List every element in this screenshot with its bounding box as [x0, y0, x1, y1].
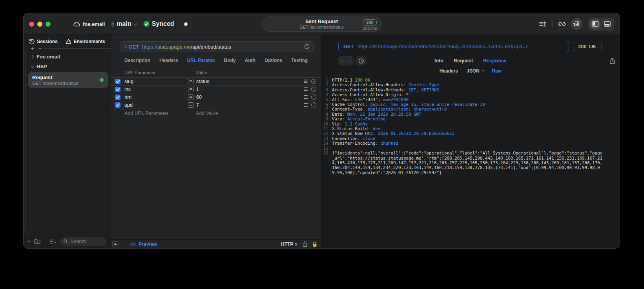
nav-forward-button[interactable]: ›: [346, 56, 354, 65]
remove-param-icon[interactable]: [311, 79, 316, 84]
param-value[interactable]: status: [196, 79, 209, 84]
new-request-button[interactable]: +: [27, 238, 31, 245]
nav-back-button[interactable]: ‹: [338, 56, 346, 65]
line-number: 12: [321, 131, 328, 136]
tab-auth[interactable]: Auth: [245, 58, 255, 63]
share-icon[interactable]: [303, 241, 307, 247]
preview-label: Preview: [139, 242, 157, 247]
request-panel: ⇅ GET https://statuspage.me/api/embed/st…: [111, 35, 321, 249]
remove-item-button[interactable]: −: [38, 45, 42, 51]
import-response-button[interactable]: [571, 18, 582, 30]
layout-toggle-group: [588, 18, 614, 31]
param-checkbox[interactable]: [115, 102, 120, 108]
param-value[interactable]: 7: [196, 102, 199, 108]
zoom-window-button[interactable]: [46, 22, 51, 27]
drag-handle-icon[interactable]: [304, 95, 308, 99]
subtab-headers[interactable]: Headers: [440, 68, 458, 74]
window-body: Sessions Environments + −: [24, 35, 620, 249]
param-checkbox[interactable]: [115, 87, 120, 92]
send-refresh-icon[interactable]: [304, 44, 310, 49]
code-line: 14Transfer-Encoding: chunked: [321, 141, 603, 146]
remove-param-icon[interactable]: [311, 102, 316, 107]
response-nav-bar: ‹ › Info Request Response: [321, 56, 620, 66]
export-response-icon[interactable]: [609, 58, 615, 64]
tree-item-foe-email[interactable]: Foe.email: [26, 52, 111, 62]
history-button[interactable]: [356, 56, 367, 65]
status-code-badge: 200: [363, 19, 376, 25]
preview-button[interactable]: </> Preview: [130, 242, 157, 247]
tab-url-params[interactable]: URL Params: [187, 58, 215, 63]
sidebar-footer: +: [24, 234, 111, 249]
project-menu[interactable]: foe.email: [73, 21, 105, 27]
tab-testing[interactable]: Testing: [291, 58, 308, 63]
remove-param-icon[interactable]: [311, 87, 316, 92]
minimize-window-button[interactable]: [37, 22, 42, 27]
branch-selector[interactable]: main: [111, 20, 136, 27]
list-view-icon[interactable]: [49, 239, 57, 244]
sync-loop-button[interactable]: [557, 19, 567, 29]
sidebar: Sessions Environments + −: [24, 35, 111, 249]
param-checkbox[interactable]: [115, 95, 120, 100]
line-number: 11: [321, 127, 328, 131]
actions-divider: [552, 21, 553, 27]
expand-panel-button[interactable]: [112, 241, 119, 247]
protocol-selector[interactable]: HTTP ⇅: [281, 242, 297, 247]
line-content: Vary: Accept-Encoding: [332, 117, 603, 122]
param-value[interactable]: 1: [196, 87, 199, 92]
request-url-bar[interactable]: ⇅ GET https://statuspage.me/api/embed/st…: [120, 41, 314, 52]
drag-handle-icon[interactable]: [304, 103, 308, 107]
tab-response[interactable]: Response: [483, 58, 507, 64]
param-name[interactable]: upd: [124, 102, 188, 108]
tree-item-hsp[interactable]: HSP: [26, 62, 111, 71]
sent-url: https://statuspage.me/api/embed/status?s…: [358, 44, 528, 49]
tab-info[interactable]: Info: [434, 58, 443, 64]
add-value-placeholder[interactable]: Add Value: [188, 111, 299, 116]
drag-handle-icon[interactable]: [304, 80, 308, 83]
tab-request[interactable]: Request: [454, 58, 473, 64]
lock-icon[interactable]: [312, 242, 317, 247]
response-view-tabs: Headers JSON Raw: [321, 66, 620, 76]
tab-headers[interactable]: Headers: [159, 58, 178, 63]
param-checkbox[interactable]: [115, 79, 120, 84]
response-status-code: 200: [578, 44, 587, 49]
toggle-bottom-panel-button[interactable]: [602, 19, 613, 29]
tab-sessions[interactable]: Sessions: [29, 39, 58, 44]
request-method[interactable]: GET: [128, 44, 139, 50]
summary-text: Sent Request GET /api/embed/status: [299, 18, 343, 30]
param-value[interactable]: 60: [196, 95, 202, 100]
code-line: 16{"incidents":null,"overall":{"code":"o…: [321, 151, 603, 175]
param-name[interactable]: slug: [124, 79, 188, 84]
close-window-button[interactable]: [29, 22, 34, 27]
remove-param-icon[interactable]: [311, 95, 316, 100]
response-raw-view[interactable]: 1HTTP/1.1 200 OK2Access-Control-Allow-He…: [321, 76, 620, 249]
export-lines-button[interactable]: [538, 19, 548, 29]
equals-badge-icon: =: [188, 87, 193, 92]
search-placeholder: Search: [70, 239, 86, 244]
sidebar-search[interactable]: Search: [60, 237, 107, 246]
new-folder-icon[interactable]: [34, 239, 40, 244]
tab-description[interactable]: Description: [124, 58, 150, 63]
environments-shapes-icon: [66, 39, 71, 44]
toggle-left-panel-button[interactable]: [590, 19, 600, 29]
sent-url-box[interactable]: GET https://statuspage.me/api/embed/stat…: [338, 41, 569, 52]
branch-icon: [111, 21, 115, 27]
url-scheme: https://: [142, 44, 157, 50]
equals-badge-icon: =: [188, 79, 193, 84]
subtab-json[interactable]: JSON: [467, 68, 483, 74]
chevron-down-icon: [133, 22, 137, 25]
line-number: 9: [321, 117, 328, 122]
sync-status[interactable]: Synced: [143, 20, 174, 27]
sent-request-summary[interactable]: Sent Request GET /api/embed/status 200 2…: [262, 16, 382, 32]
tab-body[interactable]: Body: [224, 58, 236, 63]
drag-handle-icon[interactable]: [304, 87, 308, 91]
param-name[interactable]: inc: [124, 87, 188, 92]
method-selector-icon[interactable]: ⇅: [124, 45, 127, 49]
subtab-raw[interactable]: Raw: [492, 68, 502, 74]
add-item-button[interactable]: +: [31, 45, 34, 51]
add-param-placeholder[interactable]: Add URL Parameter: [124, 111, 188, 116]
param-name[interactable]: rtm: [124, 95, 188, 100]
tree-item-label: Foe.email: [36, 54, 60, 60]
tab-options[interactable]: Options: [265, 58, 282, 63]
tab-environments[interactable]: Environments: [66, 39, 105, 44]
request-list-item-selected[interactable]: Request GET /api/embed/status: [28, 72, 108, 88]
